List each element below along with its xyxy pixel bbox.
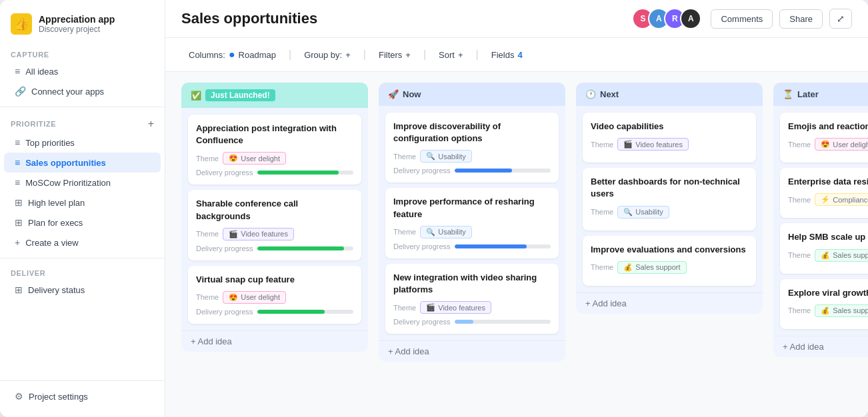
progress-bar: [455, 244, 527, 248]
progress-label: Delivery progress: [196, 308, 253, 316]
sidebar-item-label: Delivery status: [28, 285, 85, 295]
card-title: Improve discoverability of configuration…: [393, 121, 551, 145]
filters-plus: +: [405, 50, 411, 60]
sidebar-header: 👍 Appreciation app Discovery project: [0, 11, 165, 45]
add-idea-just-launched[interactable]: + Add idea: [181, 330, 368, 352]
card-video-capabilities[interactable]: Video capabilities Theme 🎬 Video feature…: [583, 113, 756, 163]
theme-text: Usability: [438, 228, 466, 236]
app-subtitle: Discovery project: [39, 25, 115, 34]
card-meta: Theme 😍 User delight: [788, 138, 868, 151]
theme-badge: 💰 Sales support: [815, 304, 868, 317]
app-icon: 👍: [11, 13, 32, 35]
filters-control[interactable]: Filters +: [371, 46, 418, 64]
card-title: Sharable conference call backgrounds: [196, 198, 353, 222]
theme-text: Sales support: [833, 306, 868, 314]
progress-row: Delivery progress: [196, 244, 353, 252]
sidebar-item-sales-opportunities[interactable]: ≡ Sales opportunities: [4, 153, 161, 173]
card-resharing[interactable]: Improve performance of resharing feature…: [385, 188, 559, 258]
column-next: 🕐 Next Video capabilities Theme 🎬 Video …: [576, 83, 763, 314]
column-title-next: Next: [600, 89, 619, 99]
sidebar-item-label: High level plan: [28, 198, 85, 208]
card-virtual-snap-cup[interactable]: Virtual snap cup feature Theme 😍 User de…: [188, 266, 361, 324]
divider: [0, 380, 165, 381]
theme-icon: 🎬: [229, 230, 238, 238]
card-discoverability[interactable]: Improve discoverability of configuration…: [385, 113, 559, 183]
theme-badge: ⚡ Compliance: [815, 193, 868, 206]
column-title-just-launched: Just Launched!: [205, 89, 275, 101]
card-title: Appreciation post integration with Confl…: [196, 123, 353, 147]
grid-icon: ⊞: [15, 217, 23, 228]
card-title: Help SMB scale up: [788, 231, 868, 243]
theme-badge: 😍 User delight: [223, 152, 286, 165]
groupby-control[interactable]: Group by: +: [297, 46, 358, 64]
prioritize-section-label: PRIORITIZE: [11, 120, 56, 128]
share-button[interactable]: Share: [779, 9, 823, 29]
comments-button[interactable]: Comments: [711, 9, 773, 29]
card-meta: Theme 🎬 Video features: [393, 301, 551, 314]
prioritize-section-row: PRIORITIZE +: [0, 113, 165, 133]
capture-section-label: CAPTURE: [0, 45, 165, 61]
avatar-a2: A: [680, 8, 701, 29]
card-title: Enterprise data residency: [788, 176, 868, 188]
theme-label-static: Theme: [788, 306, 811, 314]
board: ✅ Just Launched! Appreciation post integ…: [165, 72, 868, 417]
theme-icon: 💰: [821, 306, 830, 315]
sidebar-item-connect-apps[interactable]: 🔗 Connect your apps: [4, 81, 161, 101]
link-icon: 🔗: [15, 86, 26, 97]
top-bar: Sales opportunities S A R A Comments Sha…: [165, 0, 868, 38]
card-evaluations[interactable]: Improve evaluations and conversions Them…: [583, 236, 756, 286]
sidebar-item-create-view[interactable]: + Create a view: [4, 232, 161, 252]
expand-button[interactable]: ⤢: [829, 9, 852, 29]
theme-icon: 🔍: [623, 208, 633, 216]
sidebar-item-plan-for-execs[interactable]: ⊞ Plan for execs: [4, 212, 161, 232]
card-smb-scale[interactable]: Help SMB scale up Theme 💰 Sales support: [780, 223, 868, 273]
progress-bar-bg: [257, 171, 353, 175]
progress-row: Delivery progress: [393, 318, 551, 326]
theme-badge: 🎬 Video features: [223, 228, 294, 240]
sidebar-item-high-level-plan[interactable]: ⊞ High level plan: [4, 193, 161, 212]
groupby-plus: +: [345, 50, 351, 60]
sidebar-item-project-settings[interactable]: ⚙ Project settings: [4, 386, 161, 406]
sidebar-item-all-ideas[interactable]: ≡ All ideas: [4, 61, 161, 81]
progress-bar: [257, 246, 344, 250]
card-title: Improve evaluations and conversions: [591, 244, 748, 256]
page-title: Sales opportunities: [181, 10, 317, 27]
card-enterprise-data[interactable]: Enterprise data residency Theme ⚡ Compli…: [780, 168, 868, 218]
progress-bar: [455, 320, 474, 324]
theme-badge: 💰 Sales support: [617, 261, 686, 274]
add-idea-later[interactable]: + Add idea: [773, 336, 868, 357]
card-video-sharing[interactable]: New integration with video sharing platf…: [385, 264, 559, 334]
columns-control[interactable]: Columns: ● Roadmap: [181, 45, 283, 65]
later-icon: ⏳: [783, 89, 793, 99]
theme-badge: 🔍 Usability: [617, 206, 669, 218]
divider: [0, 107, 165, 107]
add-idea-now[interactable]: + Add idea: [379, 340, 565, 362]
card-conference-call[interactable]: Sharable conference call backgrounds The…: [188, 190, 361, 260]
theme-badge: 💰 Sales support: [815, 249, 868, 262]
theme-text: Usability: [438, 153, 466, 161]
fields-control[interactable]: Fields 4: [484, 46, 530, 64]
theme-badge: 🔍 Usability: [420, 150, 472, 163]
add-prioritize-button[interactable]: +: [148, 118, 154, 130]
progress-bar-bg: [455, 320, 551, 324]
sort-control[interactable]: Sort +: [431, 46, 470, 64]
sidebar-item-delivery-status[interactable]: ⊞ Delivery status: [4, 280, 161, 300]
separator: |: [423, 49, 426, 61]
progress-label: Delivery progress: [393, 318, 451, 326]
sidebar-item-moscow[interactable]: ≡ MoSCow Prioritization: [4, 173, 161, 193]
theme-text: User delight: [241, 293, 280, 301]
card-dashboards[interactable]: Better dashboards for non-technical user…: [583, 168, 756, 230]
sidebar-item-top-priorities[interactable]: ≡ Top priorities: [4, 133, 161, 153]
add-idea-next[interactable]: + Add idea: [576, 292, 763, 314]
progress-bar: [455, 169, 513, 173]
progress-bar-bg: [455, 244, 551, 248]
column-title-now: Now: [403, 89, 421, 99]
card-emojis[interactable]: Emojis and reactions Theme 😍 User deligh…: [780, 113, 868, 163]
card-meta: Theme 🎬 Video features: [196, 228, 353, 240]
next-icon: 🕐: [585, 89, 596, 99]
card-appreciation-confluence[interactable]: Appreciation post integration with Confl…: [188, 115, 361, 185]
card-meta: Theme 😍 User delight: [196, 152, 353, 165]
theme-icon: 😍: [229, 293, 238, 302]
groupby-label: Group by:: [304, 50, 342, 60]
card-viral-growth[interactable]: Explore viral growth loops Theme 💰 Sales…: [780, 279, 868, 329]
